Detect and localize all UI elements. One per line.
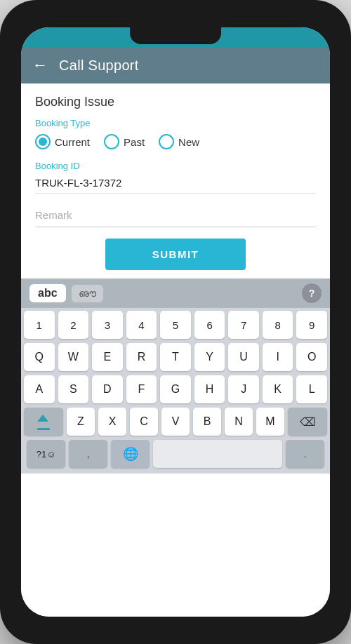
key-1[interactable]: 1 — [24, 311, 55, 339]
radio-circle-past — [104, 134, 119, 149]
radio-label-past: Past — [124, 136, 145, 148]
booking-id-label: Booking ID — [35, 161, 316, 171]
kb-qwerty-row: Q W E R T Y U I O — [24, 343, 327, 371]
kb-zxcv-row: Z X C V B N M ⌫ — [24, 408, 327, 436]
key-n[interactable]: N — [225, 408, 253, 436]
key-globe[interactable]: 🌐 — [111, 440, 150, 468]
key-y[interactable]: Y — [194, 343, 225, 371]
key-f[interactable]: F — [126, 375, 157, 403]
key-u[interactable]: U — [228, 343, 259, 371]
key-9[interactable]: 9 — [296, 311, 327, 339]
radio-circle-current — [35, 134, 51, 149]
kb-help-button[interactable]: ? — [302, 283, 322, 303]
keyboard-toolbar: abc ഌൗ ? — [21, 279, 330, 308]
kb-asdf-row: A S D F G H J K L — [24, 375, 327, 403]
radio-current[interactable]: Current — [35, 134, 90, 149]
page-title: Call Support — [59, 58, 139, 74]
key-7[interactable]: 7 — [228, 311, 259, 339]
radio-circle-new — [159, 134, 174, 149]
key-v[interactable]: V — [161, 408, 190, 436]
radio-label-current: Current — [55, 136, 90, 148]
submit-row: SUBMIT — [21, 239, 330, 279]
key-w[interactable]: W — [58, 343, 89, 371]
key-5[interactable]: 5 — [160, 311, 191, 339]
key-3[interactable]: 3 — [92, 311, 123, 339]
key-j[interactable]: J — [228, 375, 259, 403]
app-header: ← Call Support — [21, 47, 330, 83]
form-section: Booking Issue Booking Type Current Past — [21, 83, 330, 239]
main-content: Booking Issue Booking Type Current Past — [21, 83, 330, 617]
kb-symbol-button[interactable]: ഌൗ — [72, 285, 103, 302]
radio-new[interactable]: New — [159, 134, 199, 149]
kb-bottom-row: ?1☺ , 🌐 . — [24, 440, 327, 468]
keyboard: abc ഌൗ ? 1 2 3 4 5 6 7 8 — [21, 279, 330, 474]
phone-screen: ← Call Support Booking Issue Booking Typ… — [21, 27, 330, 617]
key-4[interactable]: 4 — [126, 311, 157, 339]
key-g[interactable]: G — [160, 375, 191, 403]
key-r[interactable]: R — [126, 343, 157, 371]
kb-number-row: 1 2 3 4 5 6 7 8 9 — [24, 311, 327, 339]
key-space[interactable] — [153, 440, 282, 468]
key-6[interactable]: 6 — [194, 311, 225, 339]
key-i[interactable]: I — [263, 343, 293, 371]
key-e[interactable]: E — [92, 343, 123, 371]
key-b[interactable]: B — [193, 408, 221, 436]
booking-type-label: Booking Type — [35, 118, 316, 128]
submit-button[interactable]: SUBMIT — [105, 239, 246, 270]
key-a[interactable]: A — [24, 375, 55, 403]
key-k[interactable]: K — [263, 375, 293, 403]
back-button[interactable]: ← — [32, 56, 48, 74]
key-m[interactable]: M — [256, 408, 284, 436]
key-period[interactable]: . — [286, 440, 324, 468]
phone-frame: ← Call Support Booking Issue Booking Typ… — [0, 0, 351, 644]
section-title: Booking Issue — [35, 95, 316, 109]
key-o[interactable]: O — [296, 343, 327, 371]
keyboard-rows: 1 2 3 4 5 6 7 8 9 Q W E — [21, 308, 330, 468]
radio-past[interactable]: Past — [104, 134, 145, 149]
key-s[interactable]: S — [58, 375, 89, 403]
key-2[interactable]: 2 — [58, 311, 89, 339]
key-z[interactable]: Z — [67, 408, 95, 436]
key-special[interactable]: ?1☺ — [27, 440, 65, 468]
key-delete[interactable]: ⌫ — [288, 408, 327, 436]
key-x[interactable]: X — [98, 408, 126, 436]
key-l[interactable]: L — [296, 375, 327, 403]
key-t[interactable]: T — [160, 343, 191, 371]
key-shift[interactable] — [24, 408, 63, 436]
phone-notch — [130, 27, 221, 44]
key-c[interactable]: C — [130, 408, 158, 436]
radio-label-new: New — [178, 136, 199, 148]
booking-id-value: TRUK-FL-3-17372 — [35, 177, 316, 194]
booking-type-radio-group: Current Past New — [35, 134, 316, 149]
key-q[interactable]: Q — [24, 343, 55, 371]
key-h[interactable]: H — [194, 375, 225, 403]
key-d[interactable]: D — [92, 375, 123, 403]
key-8[interactable]: 8 — [263, 311, 293, 339]
remark-input[interactable] — [35, 203, 316, 227]
key-comma[interactable]: , — [69, 440, 107, 468]
kb-abc-button[interactable]: abc — [29, 284, 66, 302]
